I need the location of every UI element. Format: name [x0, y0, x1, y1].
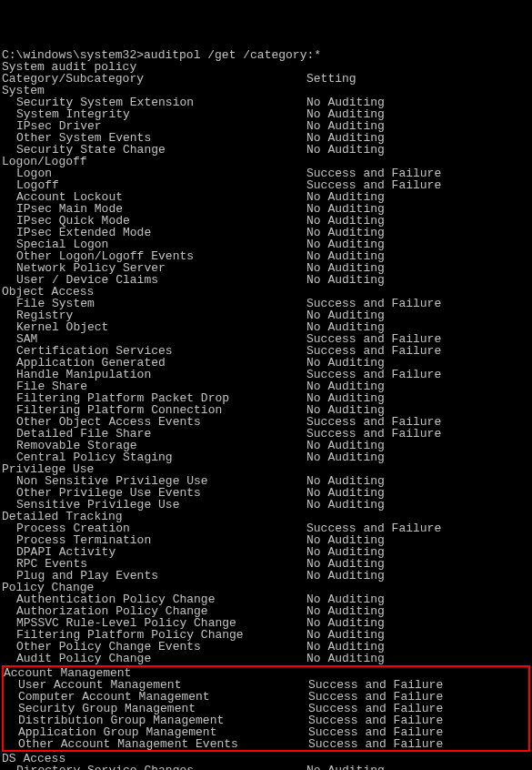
subcategory-setting: No Auditing [306, 653, 530, 664]
subcategory-setting: No Auditing [306, 451, 530, 463]
subcategory-label: Audit Policy Change [2, 653, 306, 664]
subcategory-label: Kernel Object [2, 321, 306, 333]
subcategory-setting: No Auditing [306, 499, 530, 511]
subcategory-setting: No Auditing [306, 765, 530, 770]
subcategory-setting: No Auditing [306, 570, 530, 582]
subcategory-setting: No Auditing [306, 144, 530, 156]
col-header-setting: Setting [306, 73, 530, 85]
col-header-category: Category/Subcategory [2, 73, 306, 85]
highlight-box-account-management: Account ManagementUser Account Managemen… [2, 665, 530, 752]
subcategory-setting: No Auditing [306, 274, 530, 286]
subcategory-setting: Success and Failure [308, 738, 528, 750]
terminal-output: C:\windows\system32>auditpol /get /categ… [2, 49, 530, 770]
subcategory-label: Directory Service Changes [2, 765, 306, 770]
subcategory-label: Other Account Management Events [4, 738, 308, 750]
command-text: auditpol /get /category:* [144, 49, 321, 61]
